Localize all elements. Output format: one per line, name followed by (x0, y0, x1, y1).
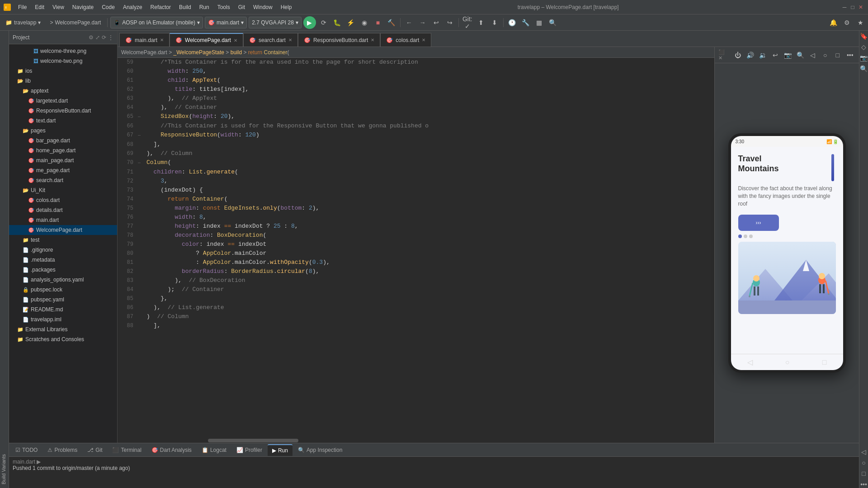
debug-button[interactable]: 🐛 (331, 17, 343, 28)
menu-help[interactable]: Help (277, 3, 296, 11)
tree-item-pages[interactable]: 📂pages (9, 126, 117, 136)
close-tab-colos[interactable]: ✕ (422, 38, 425, 42)
menu-window[interactable]: Window (250, 3, 276, 11)
menu-navigate[interactable]: Navigate (69, 3, 97, 11)
project-selector[interactable]: 📁 travelapp ▾ (2, 16, 44, 29)
device-selector[interactable]: 📱 AOSP on IA Emulator (mobile) ▾ (110, 17, 203, 28)
tree-item-pubspec-lock[interactable]: 🔒pubspec.lock (9, 285, 117, 295)
settings-button[interactable]: ⚙ (841, 17, 853, 28)
project-sync-icon[interactable]: ⟳ (102, 34, 106, 41)
tree-item-details-dart[interactable]: 🎯details.dart (9, 205, 117, 215)
tab-app-inspection[interactable]: 🔍 App Inspection (293, 444, 347, 456)
tree-item-lib[interactable]: 📂lib (9, 76, 117, 86)
phone-more-icon[interactable]: ••• (845, 49, 856, 61)
menu-file[interactable]: File (14, 3, 30, 11)
sidebar-more-icon[interactable]: ••• (860, 481, 867, 488)
menu-refactor[interactable]: Refactor (147, 3, 175, 11)
tree-item-scratches-and-consoles[interactable]: 📁Scratches and Consoles (9, 334, 117, 344)
close-button[interactable]: ✕ (857, 4, 864, 11)
build-variants-label[interactable]: Build Variants (0, 450, 9, 488)
tree-item-pubspec-yaml[interactable]: 📄pubspec.yaml (9, 295, 117, 305)
tree-item-external-libraries[interactable]: 📁External Libraries (9, 324, 117, 334)
phone-volume-down-icon[interactable]: 🔉 (758, 49, 769, 61)
phone-back-nav-icon[interactable]: ◁ (807, 49, 818, 61)
phone-ring-icon[interactable]: ○ (820, 49, 830, 61)
plugins-button[interactable]: 🔧 (520, 17, 532, 28)
stop-button[interactable]: ■ (372, 17, 384, 28)
build-button[interactable]: 🔨 (386, 17, 397, 28)
api-selector[interactable]: 2.7 QVGA API 28 ▾ (249, 17, 302, 28)
tree-item-bar-page-dart[interactable]: 🎯bar_page.dart (9, 136, 117, 145)
tree-item-colos-dart[interactable]: 🎯colos.dart (9, 195, 117, 205)
tree-item-apptext[interactable]: 📂apptext (9, 86, 117, 96)
menu-run[interactable]: Run (196, 3, 213, 11)
tree-item--metadata[interactable]: 📄.metadata (9, 255, 117, 265)
tree-item--packages[interactable]: 📄.packages (9, 265, 117, 275)
tree-item-test[interactable]: 📁test (9, 235, 117, 245)
tab-responsive-dart[interactable]: 🎯 ResponsiveButton.dart ✕ (298, 33, 380, 47)
tab-profiler[interactable]: 📈 Profiler (232, 444, 267, 456)
run-file-selector[interactable]: 🎯 main.dart ▾ (205, 17, 247, 28)
phone-recents-button[interactable]: □ (822, 358, 827, 366)
tree-item-readme-md[interactable]: 📝README.md (9, 305, 117, 314)
tab-main-dart[interactable]: 🎯 main.dart ✕ (119, 33, 170, 47)
tab-welcomepage-dart[interactable]: 🎯 WelcomePage.dart ✕ (170, 33, 243, 47)
forward-button[interactable]: → (417, 17, 429, 28)
phone-rotate-icon[interactable]: ↩ (770, 49, 781, 61)
tree-item-main-page-dart[interactable]: 🎯main_page.dart (9, 155, 117, 165)
run-button[interactable]: ▶ (303, 16, 316, 29)
search-everywhere-button[interactable]: 🔍 (547, 17, 559, 28)
phone-home-button[interactable]: ○ (785, 358, 790, 366)
project-more-icon[interactable]: ⋮ (108, 34, 113, 41)
menu-code[interactable]: Code (98, 3, 118, 11)
tab-todo[interactable]: ☑ TODO (11, 444, 42, 456)
tree-item-text-dart[interactable]: 🎯text.dart (9, 116, 117, 126)
project-expand-icon[interactable]: ⤢ (95, 34, 100, 41)
phone-square-icon[interactable]: □ (832, 49, 843, 61)
tab-dart-analysis[interactable]: 🎯 Dart Analysis (147, 444, 196, 456)
minimize-button[interactable]: ─ (841, 4, 848, 11)
tab-colos-dart[interactable]: 🎯 colos.dart ✕ (380, 33, 431, 47)
menu-tools[interactable]: Tools (214, 3, 234, 11)
phone-power-icon[interactable]: ⏻ (733, 49, 744, 61)
history-button[interactable]: 🕐 (506, 17, 518, 28)
phone-back-button[interactable]: ◁ (747, 358, 753, 366)
tree-item-welcomepage-dart[interactable]: 🎯WelcomePage.dart (9, 225, 117, 235)
sidebar-ring-icon[interactable]: ○ (862, 459, 865, 466)
tab-run[interactable]: ▶ Run (268, 444, 292, 456)
menu-view[interactable]: View (49, 3, 68, 11)
phone-volume-up-icon[interactable]: 🔊 (745, 49, 756, 61)
git-update-button[interactable]: Git: ✓ (462, 17, 473, 28)
tab-logcat[interactable]: 📋 Logcat (197, 444, 231, 456)
file-breadcrumb[interactable]: > WelcomePage.dart (46, 16, 104, 29)
back-button[interactable]: ← (403, 17, 415, 28)
tab-terminal[interactable]: ⬛ Terminal (108, 444, 146, 456)
notifications-button[interactable]: 🔔 (827, 17, 839, 28)
close-tab-welcome[interactable]: ✕ (234, 38, 237, 43)
tree-item--gitignore[interactable]: 📄.gitignore (9, 245, 117, 255)
close-tab-search[interactable]: ✕ (288, 38, 292, 42)
git-push-button[interactable]: ⬆ (475, 17, 487, 28)
sidebar-search-icon[interactable]: 🔍 (860, 65, 868, 72)
layout-button[interactable]: ▦ (533, 17, 545, 28)
git-pull-button[interactable]: ⬇ (489, 17, 500, 28)
phone-screenshot-icon[interactable]: 📷 (783, 49, 793, 61)
profile-button[interactable]: ⚡ (345, 17, 357, 28)
coverage-button[interactable]: ◉ (359, 17, 370, 28)
phone-cta-button[interactable]: ››› (738, 215, 779, 231)
tree-item-home-page-dart[interactable]: 🎯home_page.dart (9, 145, 117, 155)
tree-item-welcome-three-png[interactable]: 🖼welcome-three.png (9, 46, 117, 56)
maximize-button[interactable]: □ (849, 4, 856, 11)
tree-item-search-dart[interactable]: 🎯search.dart (9, 175, 117, 185)
editor-hscroll[interactable] (118, 438, 714, 443)
code-content[interactable]: 59 /*This Container is for the area used… (118, 58, 714, 438)
tree-item-largetext-dart[interactable]: 🎯largetext.dart (9, 96, 117, 106)
tree-item-responsivebutton-dart[interactable]: 🎯ResponsiveButton.dart (9, 106, 117, 116)
undo-button[interactable]: ↩ (430, 17, 442, 28)
star-button[interactable]: ★ (854, 17, 866, 28)
tree-item-travelapp-iml[interactable]: 📄travelapp.iml (9, 314, 117, 324)
tree-item-main-dart[interactable]: 🎯main.dart (9, 215, 117, 225)
sidebar-back-icon[interactable]: ◁ (861, 448, 866, 455)
menu-git[interactable]: Git (235, 3, 249, 11)
tree-item-analysis-options-yaml[interactable]: 📄analysis_options.yaml (9, 275, 117, 285)
